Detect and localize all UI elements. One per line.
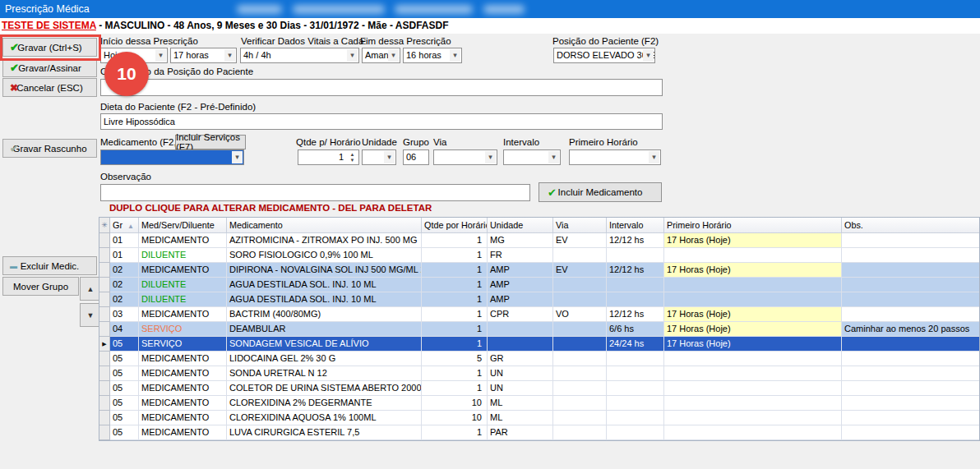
cell-medicamento: AGUA DESTILADA SOL. INJ. 10 ML xyxy=(227,292,422,307)
delete-med-button[interactable]: ▬ Excluir Medic. xyxy=(2,256,97,275)
interval-combo[interactable]: ▾ xyxy=(503,149,561,165)
row-indicator[interactable] xyxy=(99,278,110,292)
end-prescription-label: Fim dessa Prescrição xyxy=(360,36,451,46)
table-row[interactable]: ▶05SERVIÇOSONDAGEM VESICAL DE ALÍVIO124/… xyxy=(99,337,979,352)
qty-per-hour-stepper[interactable]: 1 ▲▼ xyxy=(298,149,359,165)
cell-via xyxy=(553,366,607,381)
cancel-button[interactable]: ✖ Cancelar (ESC) xyxy=(2,78,97,97)
table-row[interactable]: 02MEDICAMENTODIPIRONA - NOVALGINA SOL IN… xyxy=(99,263,979,278)
table-row[interactable]: 05MEDICAMENTOCLOREXIDINA AQUOSA 1% 100ML… xyxy=(99,411,979,425)
cell-via: VO xyxy=(553,307,607,322)
cell-unidade xyxy=(488,337,553,352)
stepper-arrows-icon[interactable]: ▲▼ xyxy=(347,150,358,164)
cell-qtde: 1 xyxy=(422,322,488,337)
up-arrow-icon: ▲ xyxy=(87,285,95,293)
column-header-intervalo[interactable]: Intervalo xyxy=(607,218,664,233)
table-row[interactable]: 01MEDICAMENTOAZITROMICINA - ZITROMAX PO … xyxy=(99,233,979,248)
column-header-qtde[interactable]: Qtde por Horário xyxy=(422,218,488,233)
column-header-obs[interactable]: Obs. xyxy=(842,218,979,233)
medication-combo[interactable]: ▾ xyxy=(100,149,244,165)
prescription-window: Prescrição Médica TESTE DE SISTEMA - MAS… xyxy=(0,0,980,469)
cell-tipo: DILUENTE xyxy=(139,248,227,263)
group-field[interactable]: 06 xyxy=(403,149,429,165)
cell-qtde: 1 xyxy=(422,292,488,307)
row-indicator[interactable] xyxy=(99,233,110,248)
cell-tipo: MEDICAMENTO xyxy=(139,366,227,381)
column-header-gr[interactable]: Gr▲ xyxy=(110,218,139,233)
table-row[interactable]: 05MEDICAMENTOCOLETOR DE URINA SISTEMA AB… xyxy=(99,381,979,396)
row-indicator[interactable] xyxy=(99,425,110,440)
first-time-combo[interactable]: ▾ xyxy=(569,149,661,165)
row-indicator[interactable] xyxy=(99,381,110,396)
table-row[interactable]: 03MEDICAMENTOBACTRIM (400/80MG)1CPRVO12/… xyxy=(99,307,979,322)
cell-qtde: 1 xyxy=(422,248,488,263)
start-hour-combo[interactable]: 17 horas▾ xyxy=(170,48,237,63)
patient-name: TESTE DE SISTEMA xyxy=(2,20,96,31)
patient-position-combo[interactable]: DORSO ELEVADO 30 G▾ xyxy=(553,48,655,63)
cell-qtde: 1 xyxy=(422,425,488,440)
cell-medicamento: SONDA URETRAL N 12 xyxy=(227,366,422,381)
vitals-interval-combo[interactable]: 4h / 4h▾ xyxy=(240,48,359,63)
column-header-primeiro-horario[interactable]: Primeiro Horário xyxy=(664,218,842,233)
move-group-button[interactable]: Mover Grupo xyxy=(2,277,79,296)
cell-obs xyxy=(842,396,979,411)
row-indicator[interactable] xyxy=(99,396,110,411)
cell-qtde: 10 xyxy=(422,396,488,411)
column-header-unidade[interactable]: Unidade xyxy=(488,218,553,233)
observation-field[interactable] xyxy=(100,184,530,201)
cell-via xyxy=(553,337,607,352)
cell-obs: Caminhar ao menos 20 passos xyxy=(842,322,979,337)
cell-intervalo xyxy=(607,352,664,366)
row-indicator[interactable] xyxy=(99,322,110,337)
row-indicator[interactable] xyxy=(99,307,110,322)
minus-icon: ▬ xyxy=(10,262,17,270)
row-indicator[interactable] xyxy=(99,248,110,263)
table-row[interactable]: 05MEDICAMENTOSONDA URETRAL N 121UN xyxy=(99,366,979,381)
cell-intervalo xyxy=(607,292,664,307)
table-row[interactable]: 04SERVIÇODEAMBULAR16/6 hs17 Horas (Hoje)… xyxy=(99,322,979,337)
row-indicator[interactable] xyxy=(99,366,110,381)
include-medication-button[interactable]: ✔ Incluir Medicamento xyxy=(539,182,662,202)
cell-medicamento: AZITROMICINA - ZITROMAX PO INJ. 500 MG xyxy=(227,233,422,248)
cell-tipo: DILUENTE xyxy=(139,278,227,292)
table-row[interactable]: 02DILUENTEAGUA DESTILADA SOL. INJ. 10 ML… xyxy=(99,292,979,307)
unit-combo[interactable]: ▾ xyxy=(362,149,396,165)
cell-via: EV xyxy=(553,233,607,248)
column-header-medicamento[interactable]: Medicamento xyxy=(227,218,422,233)
cell-obs xyxy=(842,425,979,440)
cell-primeiro-horario xyxy=(664,352,842,366)
diet-field[interactable]: Livre Hipossódica xyxy=(100,113,663,130)
cell-unidade: AMP xyxy=(488,278,553,292)
chevron-down-icon: ▾ xyxy=(548,151,559,163)
column-header-via[interactable]: Via xyxy=(553,218,607,233)
cell-qtde: 1 xyxy=(422,337,488,352)
include-services-button[interactable]: Incluir Serviços (F7) xyxy=(175,135,246,149)
cell-intervalo xyxy=(607,278,664,292)
header-star-cell[interactable]: ✳ xyxy=(99,218,110,233)
save-draft-button[interactable]: ✔ Gravar Rascunho xyxy=(2,139,97,158)
end-day-combo[interactable]: Amanhã▾ xyxy=(362,48,400,63)
titlebar-redacted-text xyxy=(483,5,525,14)
cell-intervalo: 12/12 hs xyxy=(607,307,664,322)
row-indicator[interactable] xyxy=(99,292,110,307)
row-indicator[interactable] xyxy=(99,352,110,366)
table-row[interactable]: 05MEDICAMENTOLIDOCAINA GEL 2% 30 G5GR xyxy=(99,352,979,366)
save-sign-button[interactable]: ✔ Gravar/Assinar xyxy=(2,58,97,77)
end-hour-combo[interactable]: 16 horas▾ xyxy=(403,48,462,63)
down-arrow-icon: ▼ xyxy=(87,311,95,320)
move-group-button-label: Mover Grupo xyxy=(13,282,68,292)
table-row[interactable]: 02DILUENTEAGUA DESTILADA SOL. INJ. 10 ML… xyxy=(99,278,979,292)
column-header-tipo[interactable]: Med/Serv/Diluente xyxy=(139,218,227,233)
asterisk-icon: ✳ xyxy=(101,218,108,232)
table-row[interactable]: 01DILUENTESORO FISIOLOGICO 0,9% 100 ML1F… xyxy=(99,248,979,263)
row-indicator[interactable]: ▶ xyxy=(99,337,110,352)
row-indicator[interactable] xyxy=(99,411,110,425)
cell-via xyxy=(553,322,607,337)
cell-tipo: MEDICAMENTO xyxy=(139,307,227,322)
chevron-down-icon: ▾ xyxy=(388,49,399,62)
table-row[interactable]: 05MEDICAMENTOCLOREXIDINA 2% DEGERMANTE10… xyxy=(99,396,979,411)
table-row[interactable]: 05MEDICAMENTOLUVA CIRURGICA ESTERIL 7,51… xyxy=(99,425,979,440)
position-observation-field[interactable] xyxy=(100,79,663,96)
route-combo[interactable]: ▾ xyxy=(433,149,497,165)
row-indicator[interactable] xyxy=(99,263,110,278)
